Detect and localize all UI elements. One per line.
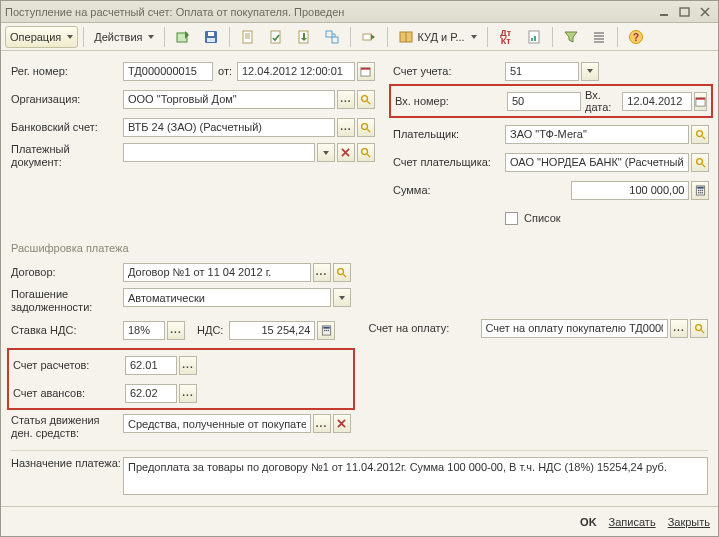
select-button[interactable]: ... xyxy=(167,321,185,340)
payer-acc-label: Счет плательщика: xyxy=(393,156,505,168)
doc-arrow-icon[interactable] xyxy=(291,26,317,48)
search-icon[interactable] xyxy=(691,153,709,172)
dropdown-button[interactable] xyxy=(333,288,351,307)
svg-rect-6 xyxy=(243,31,252,43)
clear-icon[interactable] xyxy=(333,414,351,433)
report-icon[interactable] xyxy=(521,26,547,48)
minimize-button[interactable] xyxy=(656,4,674,20)
svg-point-31 xyxy=(701,189,702,190)
ok-button[interactable]: OK xyxy=(580,516,597,528)
doc-check-icon[interactable] xyxy=(263,26,289,48)
svg-rect-11 xyxy=(363,34,371,40)
select-button[interactable]: ... xyxy=(670,319,688,338)
account-input[interactable] xyxy=(505,62,579,81)
invoice-input[interactable] xyxy=(481,319,669,338)
actions-label: Действия xyxy=(94,31,142,43)
calculator-icon[interactable] xyxy=(691,181,709,200)
purpose-label: Назначение платежа: xyxy=(11,457,123,470)
select-button[interactable]: ... xyxy=(337,118,355,137)
in-num-label: Вх. номер: xyxy=(395,95,507,107)
operation-label: Операция xyxy=(10,31,61,43)
bank-input[interactable] xyxy=(123,118,335,137)
debt-input[interactable] xyxy=(123,288,331,307)
dropdown-button[interactable] xyxy=(581,62,599,81)
acc-adv-label: Счет авансов: xyxy=(13,387,125,399)
search-icon[interactable] xyxy=(333,263,351,282)
search-icon[interactable] xyxy=(357,143,375,162)
search-icon[interactable] xyxy=(691,125,709,144)
dropdown-button[interactable] xyxy=(317,143,335,162)
purpose-textarea[interactable]: Предоплата за товары по договору №1 от 1… xyxy=(123,457,708,495)
list-checkbox-label: Список xyxy=(524,212,561,224)
save-button[interactable]: Записать xyxy=(609,516,656,528)
select-button[interactable]: ... xyxy=(179,384,197,403)
select-button[interactable]: ... xyxy=(313,263,331,282)
window-title: Поступление на расчетный счет: Оплата от… xyxy=(5,6,654,18)
doc-icon[interactable] xyxy=(235,26,261,48)
acc-adv-input[interactable] xyxy=(125,384,177,403)
close-button[interactable] xyxy=(696,4,714,20)
cashflow-input[interactable] xyxy=(123,414,311,433)
paydoc-input[interactable] xyxy=(123,143,315,162)
kudr-button[interactable]: КУД и Р... xyxy=(393,26,481,48)
org-label: Организация: xyxy=(11,93,123,105)
maximize-button[interactable] xyxy=(676,4,694,20)
search-icon[interactable] xyxy=(690,319,708,338)
paydoc-label: Платежный документ: xyxy=(11,143,123,169)
in-date-label: Вх. дата: xyxy=(585,89,616,113)
cashflow-label: Статья движения ден. средств: xyxy=(11,414,123,440)
window: Поступление на расчетный счет: Оплата от… xyxy=(0,0,719,537)
acc-settle-input[interactable] xyxy=(125,356,177,375)
reg-number-input[interactable] xyxy=(123,62,213,81)
svg-point-34 xyxy=(701,192,702,193)
link-icon[interactable] xyxy=(319,26,345,48)
calendar-icon[interactable] xyxy=(357,62,375,81)
contract-input[interactable] xyxy=(123,263,311,282)
select-button[interactable]: ... xyxy=(313,414,331,433)
vat-rate-label: Ставка НДС: xyxy=(11,324,123,336)
toolbar-separator xyxy=(164,27,165,47)
filter-icon[interactable] xyxy=(558,26,584,48)
vat-label: НДС: xyxy=(197,324,223,336)
operation-dropdown[interactable]: Операция xyxy=(5,26,78,48)
svg-rect-7 xyxy=(271,31,280,43)
select-button[interactable]: ... xyxy=(179,356,197,375)
reg-date-input[interactable] xyxy=(237,62,355,81)
goto-icon[interactable] xyxy=(356,26,382,48)
sum-input[interactable] xyxy=(571,181,689,200)
svg-point-35 xyxy=(338,268,344,274)
sum-label: Сумма: xyxy=(393,184,505,196)
book-icon xyxy=(398,29,414,45)
svg-rect-14 xyxy=(531,38,533,41)
payer-input[interactable] xyxy=(505,125,689,144)
svg-point-41 xyxy=(695,324,701,330)
svg-rect-1 xyxy=(680,8,689,16)
post-icon[interactable] xyxy=(170,26,196,48)
search-icon[interactable] xyxy=(357,90,375,109)
org-input[interactable] xyxy=(123,90,335,109)
svg-point-21 xyxy=(362,123,368,129)
save-icon[interactable] xyxy=(198,26,224,48)
in-num-input[interactable] xyxy=(507,92,581,111)
toolbar-separator xyxy=(83,27,84,47)
calculator-icon[interactable] xyxy=(317,321,335,340)
help-icon[interactable]: ? xyxy=(623,26,649,48)
vat-rate-input[interactable] xyxy=(123,321,165,340)
in-date-input[interactable] xyxy=(622,92,692,111)
svg-rect-0 xyxy=(660,14,668,16)
search-icon[interactable] xyxy=(357,118,375,137)
close-link[interactable]: Закрыть xyxy=(668,516,710,528)
clear-icon[interactable] xyxy=(337,143,355,162)
actions-dropdown[interactable]: Действия xyxy=(89,26,159,48)
svg-point-40 xyxy=(328,329,329,330)
calendar-icon[interactable] xyxy=(694,92,707,111)
dtkt-icon[interactable]: ДтКт xyxy=(493,26,519,48)
list-checkbox[interactable] xyxy=(505,212,518,225)
select-button[interactable]: ... xyxy=(337,90,355,109)
svg-point-33 xyxy=(700,192,701,193)
payer-acc-input[interactable] xyxy=(505,153,689,172)
vat-input[interactable] xyxy=(229,321,315,340)
svg-point-29 xyxy=(698,189,699,190)
list-icon[interactable] xyxy=(586,26,612,48)
svg-point-32 xyxy=(698,192,699,193)
